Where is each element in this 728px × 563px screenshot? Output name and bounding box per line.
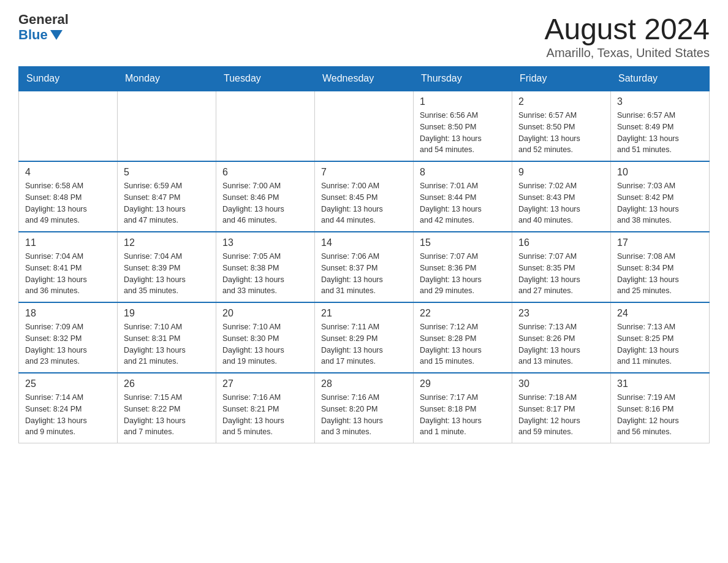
calendar-cell: 2Sunrise: 6:57 AMSunset: 8:50 PMDaylight… xyxy=(512,91,611,161)
day-number: 29 xyxy=(420,378,506,389)
calendar-cell: 6Sunrise: 7:00 AMSunset: 8:46 PMDaylight… xyxy=(216,161,315,232)
calendar-cell xyxy=(216,91,315,161)
calendar-cell: 14Sunrise: 7:06 AMSunset: 8:37 PMDayligh… xyxy=(315,232,414,302)
calendar-cell: 3Sunrise: 6:57 AMSunset: 8:49 PMDaylight… xyxy=(611,91,710,161)
calendar-week-row: 18Sunrise: 7:09 AMSunset: 8:32 PMDayligh… xyxy=(19,302,710,373)
day-number: 3 xyxy=(617,96,703,107)
calendar-cell: 12Sunrise: 7:04 AMSunset: 8:39 PMDayligh… xyxy=(118,232,216,302)
calendar-cell: 28Sunrise: 7:16 AMSunset: 8:20 PMDayligh… xyxy=(315,373,414,443)
day-number: 11 xyxy=(25,237,111,248)
day-number: 31 xyxy=(617,378,703,389)
calendar-cell: 20Sunrise: 7:10 AMSunset: 8:30 PMDayligh… xyxy=(216,302,315,373)
day-info: Sunrise: 7:03 AMSunset: 8:42 PMDaylight:… xyxy=(617,180,703,226)
day-number: 30 xyxy=(518,378,604,389)
subtitle: Amarillo, Texas, United States xyxy=(544,46,710,60)
day-of-week-header: Friday xyxy=(512,67,611,91)
day-number: 13 xyxy=(222,237,308,248)
calendar-week-row: 1Sunrise: 6:56 AMSunset: 8:50 PMDaylight… xyxy=(19,91,710,161)
calendar-cell: 23Sunrise: 7:13 AMSunset: 8:26 PMDayligh… xyxy=(512,302,611,373)
calendar-cell: 24Sunrise: 7:13 AMSunset: 8:25 PMDayligh… xyxy=(611,302,710,373)
day-info: Sunrise: 6:57 AMSunset: 8:49 PMDaylight:… xyxy=(617,110,703,156)
calendar-cell: 27Sunrise: 7:16 AMSunset: 8:21 PMDayligh… xyxy=(216,373,315,443)
day-number: 12 xyxy=(124,237,210,248)
calendar-week-row: 4Sunrise: 6:58 AMSunset: 8:48 PMDaylight… xyxy=(19,161,710,232)
logo-triangle-icon xyxy=(50,30,63,40)
day-info: Sunrise: 7:16 AMSunset: 8:21 PMDaylight:… xyxy=(222,392,308,438)
calendar-cell: 5Sunrise: 6:59 AMSunset: 8:47 PMDaylight… xyxy=(118,161,216,232)
calendar-week-row: 11Sunrise: 7:04 AMSunset: 8:41 PMDayligh… xyxy=(19,232,710,302)
day-of-week-header: Thursday xyxy=(414,67,512,91)
day-info: Sunrise: 7:10 AMSunset: 8:31 PMDaylight:… xyxy=(124,321,210,367)
calendar-cell: 22Sunrise: 7:12 AMSunset: 8:28 PMDayligh… xyxy=(414,302,512,373)
day-info: Sunrise: 7:12 AMSunset: 8:28 PMDaylight:… xyxy=(420,321,506,367)
day-number: 18 xyxy=(25,308,111,319)
day-of-week-header: Tuesday xyxy=(216,67,315,91)
main-title: August 2024 xyxy=(544,12,710,46)
calendar-cell: 25Sunrise: 7:14 AMSunset: 8:24 PMDayligh… xyxy=(19,373,118,443)
day-of-week-header: Wednesday xyxy=(315,67,414,91)
day-info: Sunrise: 7:16 AMSunset: 8:20 PMDaylight:… xyxy=(321,392,407,438)
day-info: Sunrise: 7:07 AMSunset: 8:35 PMDaylight:… xyxy=(518,251,604,297)
day-number: 23 xyxy=(518,308,604,319)
day-number: 19 xyxy=(124,308,210,319)
calendar-cell: 16Sunrise: 7:07 AMSunset: 8:35 PMDayligh… xyxy=(512,232,611,302)
day-number: 21 xyxy=(321,308,407,319)
calendar-cell xyxy=(118,91,216,161)
day-info: Sunrise: 7:04 AMSunset: 8:41 PMDaylight:… xyxy=(25,251,111,297)
calendar-header-row: SundayMondayTuesdayWednesdayThursdayFrid… xyxy=(19,67,710,91)
calendar-cell: 13Sunrise: 7:05 AMSunset: 8:38 PMDayligh… xyxy=(216,232,315,302)
day-info: Sunrise: 7:05 AMSunset: 8:38 PMDaylight:… xyxy=(222,251,308,297)
day-number: 6 xyxy=(222,167,308,178)
day-number: 10 xyxy=(617,167,703,178)
day-number: 24 xyxy=(617,308,703,319)
day-number: 16 xyxy=(518,237,604,248)
day-info: Sunrise: 7:04 AMSunset: 8:39 PMDaylight:… xyxy=(124,251,210,297)
day-info: Sunrise: 7:10 AMSunset: 8:30 PMDaylight:… xyxy=(222,321,308,367)
day-info: Sunrise: 7:02 AMSunset: 8:43 PMDaylight:… xyxy=(518,180,604,226)
day-info: Sunrise: 7:19 AMSunset: 8:16 PMDaylight:… xyxy=(617,392,703,438)
calendar-week-row: 25Sunrise: 7:14 AMSunset: 8:24 PMDayligh… xyxy=(19,373,710,443)
day-number: 28 xyxy=(321,378,407,389)
day-info: Sunrise: 6:58 AMSunset: 8:48 PMDaylight:… xyxy=(25,180,111,226)
calendar-cell: 26Sunrise: 7:15 AMSunset: 8:22 PMDayligh… xyxy=(118,373,216,443)
calendar-cell: 9Sunrise: 7:02 AMSunset: 8:43 PMDaylight… xyxy=(512,161,611,232)
day-number: 20 xyxy=(222,308,308,319)
calendar-cell: 18Sunrise: 7:09 AMSunset: 8:32 PMDayligh… xyxy=(19,302,118,373)
day-number: 8 xyxy=(420,167,506,178)
day-info: Sunrise: 7:17 AMSunset: 8:18 PMDaylight:… xyxy=(420,392,506,438)
calendar-cell: 10Sunrise: 7:03 AMSunset: 8:42 PMDayligh… xyxy=(611,161,710,232)
calendar-cell: 11Sunrise: 7:04 AMSunset: 8:41 PMDayligh… xyxy=(19,232,118,302)
day-number: 26 xyxy=(124,378,210,389)
calendar-cell: 17Sunrise: 7:08 AMSunset: 8:34 PMDayligh… xyxy=(611,232,710,302)
logo-blue-text: Blue xyxy=(18,27,63,43)
day-number: 22 xyxy=(420,308,506,319)
calendar-cell: 4Sunrise: 6:58 AMSunset: 8:48 PMDaylight… xyxy=(19,161,118,232)
calendar: SundayMondayTuesdayWednesdayThursdayFrid… xyxy=(18,66,710,443)
calendar-cell: 21Sunrise: 7:11 AMSunset: 8:29 PMDayligh… xyxy=(315,302,414,373)
calendar-cell: 1Sunrise: 6:56 AMSunset: 8:50 PMDaylight… xyxy=(414,91,512,161)
day-number: 4 xyxy=(25,167,111,178)
day-of-week-header: Saturday xyxy=(611,67,710,91)
day-info: Sunrise: 7:14 AMSunset: 8:24 PMDaylight:… xyxy=(25,392,111,438)
day-of-week-header: Monday xyxy=(118,67,216,91)
calendar-cell: 19Sunrise: 7:10 AMSunset: 8:31 PMDayligh… xyxy=(118,302,216,373)
day-info: Sunrise: 7:06 AMSunset: 8:37 PMDaylight:… xyxy=(321,251,407,297)
calendar-cell: 8Sunrise: 7:01 AMSunset: 8:44 PMDaylight… xyxy=(414,161,512,232)
logo: General Blue xyxy=(18,12,69,43)
day-info: Sunrise: 6:59 AMSunset: 8:47 PMDaylight:… xyxy=(124,180,210,226)
calendar-cell: 30Sunrise: 7:18 AMSunset: 8:17 PMDayligh… xyxy=(512,373,611,443)
day-info: Sunrise: 7:13 AMSunset: 8:25 PMDaylight:… xyxy=(617,321,703,367)
day-info: Sunrise: 6:57 AMSunset: 8:50 PMDaylight:… xyxy=(518,110,604,156)
day-info: Sunrise: 7:00 AMSunset: 8:46 PMDaylight:… xyxy=(222,180,308,226)
day-number: 25 xyxy=(25,378,111,389)
calendar-cell: 31Sunrise: 7:19 AMSunset: 8:16 PMDayligh… xyxy=(611,373,710,443)
calendar-cell: 15Sunrise: 7:07 AMSunset: 8:36 PMDayligh… xyxy=(414,232,512,302)
day-info: Sunrise: 7:01 AMSunset: 8:44 PMDaylight:… xyxy=(420,180,506,226)
calendar-cell: 7Sunrise: 7:00 AMSunset: 8:45 PMDaylight… xyxy=(315,161,414,232)
day-number: 15 xyxy=(420,237,506,248)
day-info: Sunrise: 7:07 AMSunset: 8:36 PMDaylight:… xyxy=(420,251,506,297)
day-number: 1 xyxy=(420,96,506,107)
day-number: 2 xyxy=(518,96,604,107)
title-section: August 2024 Amarillo, Texas, United Stat… xyxy=(544,12,710,60)
day-info: Sunrise: 7:11 AMSunset: 8:29 PMDaylight:… xyxy=(321,321,407,367)
